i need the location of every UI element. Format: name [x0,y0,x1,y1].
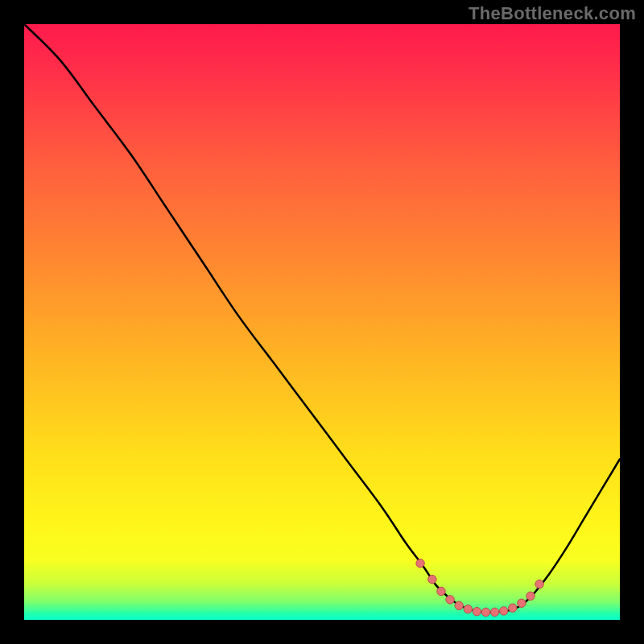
marker-point [509,604,517,612]
marker-point [428,575,436,583]
marker-point [455,601,463,609]
markers-group [416,559,543,617]
marker-point [490,608,498,616]
marker-point [500,607,508,615]
marker-point [481,608,489,616]
marker-point [464,605,472,613]
watermark-text: TheBottleneck.com [469,3,636,24]
marker-point [416,559,424,568]
curve-svg [24,24,620,620]
plot-area [24,24,620,620]
marker-point [535,580,543,588]
bottleneck-curve-path [24,24,620,613]
chart-frame: TheBottleneck.com [0,0,644,644]
marker-point [473,607,481,615]
marker-point [446,596,454,604]
marker-point [518,599,526,607]
marker-point [437,587,445,595]
marker-point [526,592,535,600]
